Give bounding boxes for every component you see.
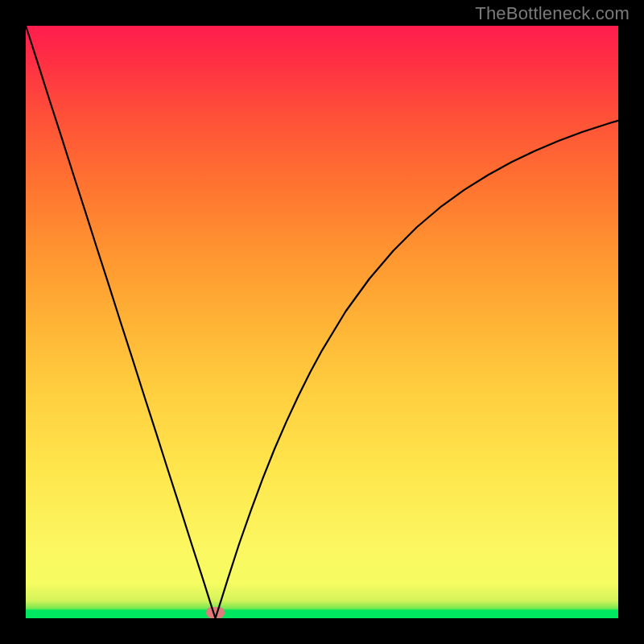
chart-frame: TheBottleneck.com xyxy=(0,0,644,644)
plot-area xyxy=(26,26,618,618)
bottleneck-curve xyxy=(26,26,618,618)
watermark-text: TheBottleneck.com xyxy=(475,3,630,24)
